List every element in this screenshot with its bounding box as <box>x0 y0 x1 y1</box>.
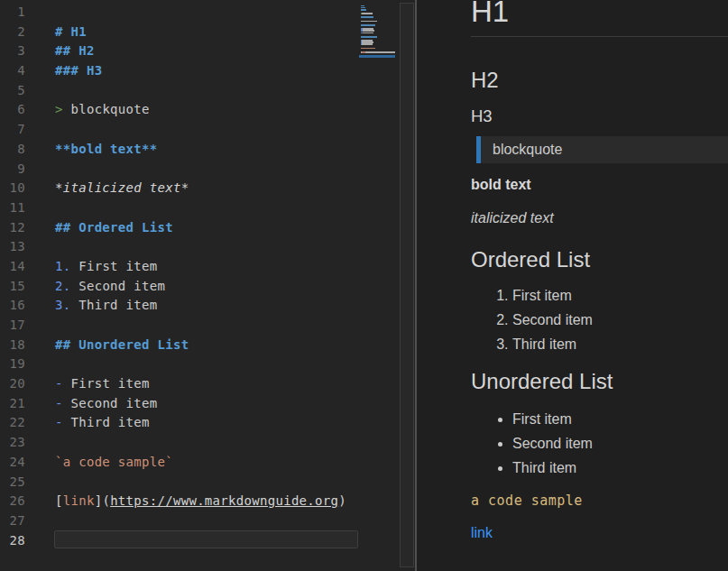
preview-italic-text: italicized text <box>471 209 728 227</box>
markdown-preview-pane: H1 H2 H3 blockquote bold text italicized… <box>417 0 728 571</box>
code-line[interactable]: 13 <box>0 237 415 257</box>
preview-h1: H1 <box>471 0 728 37</box>
code-line[interactable]: 12## Ordered List <box>0 218 415 238</box>
line-number[interactable]: 13 <box>0 237 25 257</box>
line-number[interactable]: 12 <box>0 218 25 238</box>
line-number[interactable]: 5 <box>0 81 25 101</box>
code-line-text: 2. Second item <box>55 279 165 293</box>
line-number[interactable]: 10 <box>0 179 25 198</box>
line-number[interactable]: 4 <box>0 61 25 81</box>
minimap-line <box>361 48 375 50</box>
preview-h2: H2 <box>471 69 728 91</box>
current-line-highlight <box>54 530 358 548</box>
code-line-text: [link](https://www.markdownguide.org) <box>55 493 346 508</box>
unordered-list-item: Second item <box>512 431 728 456</box>
code-line[interactable]: 17 <box>0 316 415 336</box>
line-number[interactable]: 20 <box>0 374 25 394</box>
code-line[interactable]: 22- Third item <box>0 413 415 433</box>
minimap-line <box>361 43 373 45</box>
minimap-line <box>361 9 366 11</box>
preview-ordered-list-heading: Ordered List <box>471 249 728 271</box>
code-line[interactable]: 11 <box>0 198 415 218</box>
editor-scrollbar[interactable] <box>400 3 414 567</box>
preview-link[interactable]: link <box>471 525 493 540</box>
code-line[interactable]: 19 <box>0 355 415 374</box>
code-line[interactable]: 9 <box>0 160 415 180</box>
line-number[interactable]: 26 <box>0 492 25 511</box>
minimap-line <box>361 32 373 34</box>
code-line[interactable]: 24`a code sample` <box>0 453 415 473</box>
code-line[interactable]: 6> blockquote <box>0 100 415 120</box>
preview-h3: H3 <box>471 108 728 125</box>
line-number[interactable]: 19 <box>0 355 25 374</box>
code-line-text: 1. First item <box>55 259 158 273</box>
line-number[interactable]: 11 <box>0 198 25 218</box>
line-number[interactable]: 15 <box>0 277 25 297</box>
line-number[interactable]: 27 <box>0 511 25 531</box>
minimap-line <box>361 13 373 14</box>
line-number[interactable]: 18 <box>0 336 25 355</box>
code-line-text: - First item <box>55 376 150 391</box>
code-line[interactable]: 141. First item <box>0 257 415 277</box>
line-number[interactable]: 16 <box>0 296 25 316</box>
unordered-list-item: First item <box>512 407 728 431</box>
code-line[interactable]: 23 <box>0 433 415 453</box>
code-line-text: # H1 <box>55 24 87 39</box>
line-number[interactable]: 22 <box>0 413 25 433</box>
blockquote-text: blockquote <box>493 142 562 157</box>
minimap-line <box>361 21 377 23</box>
code-line-text: ## H2 <box>55 43 95 58</box>
code-line[interactable]: 163. Third item <box>0 296 415 316</box>
line-number[interactable]: 28 <box>0 531 25 551</box>
line-number[interactable]: 6 <box>0 100 25 120</box>
editor-pane[interactable]: 12# H13## H24### H356> blockquote78**bol… <box>0 0 415 571</box>
minimap-line <box>361 24 375 26</box>
line-number[interactable]: 8 <box>0 140 25 160</box>
ordered-list-item: Third item <box>512 332 728 356</box>
code-line[interactable]: 7 <box>0 120 415 140</box>
line-number[interactable]: 9 <box>0 160 25 180</box>
line-number[interactable]: 23 <box>0 433 25 453</box>
line-number[interactable]: 2 <box>0 23 25 42</box>
code-line[interactable]: 26[link](https://www.markdownguide.org) <box>0 492 415 511</box>
code-line[interactable]: 18## Unordered List <box>0 336 415 355</box>
code-line[interactable]: 5 <box>0 81 415 101</box>
preview-bold-text: bold text <box>471 176 728 194</box>
code-line-text: 3. Third item <box>55 298 158 312</box>
code-line[interactable]: 25 <box>0 473 415 493</box>
code-line[interactable]: 1 <box>0 3 415 23</box>
preview-blockquote: blockquote <box>476 136 728 163</box>
code-line[interactable]: 8**bold text** <box>0 140 415 160</box>
code-line[interactable]: 152. Second item <box>0 277 415 297</box>
line-number[interactable]: 17 <box>0 316 25 336</box>
code-area[interactable]: 12# H13## H24### H356> blockquote78**bol… <box>0 3 415 550</box>
line-number[interactable]: 3 <box>0 41 25 61</box>
line-number[interactable]: 14 <box>0 257 25 277</box>
code-line[interactable]: 2# H1 <box>0 23 415 42</box>
line-number[interactable]: 21 <box>0 394 25 414</box>
code-line-text: `a code sample` <box>55 455 173 469</box>
code-line[interactable]: 21- Second item <box>0 394 415 414</box>
code-line[interactable]: 28 <box>0 531 415 551</box>
code-line[interactable]: 27 <box>0 511 415 531</box>
ordered-list-item: Second item <box>512 308 728 332</box>
code-line[interactable]: 4### H3 <box>0 61 415 81</box>
code-line-text: ## Ordered List <box>55 220 173 235</box>
code-line-text: - Second item <box>55 396 157 410</box>
line-number[interactable]: 1 <box>0 3 25 23</box>
code-line[interactable]: 10*italicized text* <box>0 179 415 198</box>
code-line-text: ## Unordered List <box>55 337 189 352</box>
code-line[interactable]: 20- First item <box>0 374 415 394</box>
preview-ordered-list: First itemSecond itemThird item <box>471 283 728 356</box>
minimap-line <box>361 51 395 53</box>
line-number[interactable]: 24 <box>0 453 25 473</box>
preview-link-paragraph: link <box>471 524 728 542</box>
preview-unordered-list-heading: Unordered List <box>471 371 728 392</box>
minimap-current-line-bar <box>359 55 395 58</box>
code-line[interactable]: 3## H2 <box>0 41 415 61</box>
unordered-list-item: Third item <box>512 456 728 480</box>
minimap[interactable] <box>359 3 395 60</box>
line-number[interactable]: 25 <box>0 473 25 493</box>
code-line-text: *italicized text* <box>55 180 189 195</box>
line-number[interactable]: 7 <box>0 120 25 140</box>
